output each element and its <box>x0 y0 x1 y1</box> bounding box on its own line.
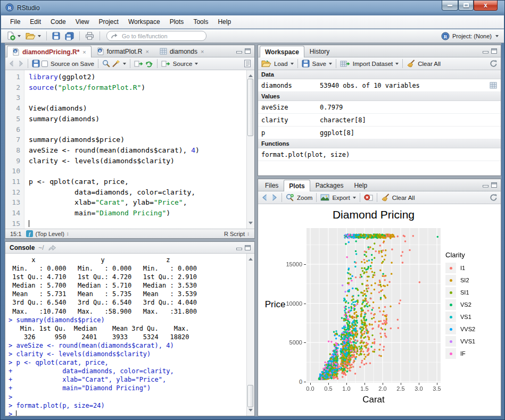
workspace-row-p[interactable]: pggplot[8] <box>258 127 501 139</box>
console-scrollbar[interactable] <box>246 254 254 416</box>
tab-diamonds[interactable]: diamonds× <box>154 45 209 57</box>
zoom-plot-icon[interactable] <box>286 194 294 201</box>
tab-workspace[interactable]: Workspace <box>260 46 304 57</box>
workspace-row-diamonds[interactable]: diamonds53940 obs. of 10 variables <box>258 79 501 92</box>
workspace-pane: WorkspaceHistory Load Save Import Datase… <box>258 45 501 176</box>
tab-packages[interactable]: Packages <box>310 179 349 191</box>
console-line: Mean : 5.731 Mean : 5.735 Mean : 3.539 <box>9 290 246 298</box>
find-replace-icon[interactable] <box>102 60 110 68</box>
workspace-row-clarity[interactable]: claritycharacter[8] <box>258 114 501 127</box>
clear-workspace-icon[interactable] <box>407 60 415 68</box>
open-file-button[interactable] <box>24 30 43 42</box>
x-tick-mark <box>328 383 329 385</box>
tab-diamondpricing-r-[interactable]: RdiamondPricing.R*× <box>7 46 92 57</box>
menu-plots[interactable]: Plots <box>165 16 189 28</box>
view-data-icon[interactable] <box>490 82 497 89</box>
x-tick-label: 1.0 <box>337 385 355 392</box>
x-tick-label: 2.5 <box>392 385 410 392</box>
zoom-button[interactable]: Zoom <box>297 195 312 201</box>
menu-file[interactable]: File <box>5 16 25 28</box>
minimize-button[interactable] <box>442 1 458 11</box>
menu-view[interactable]: View <box>71 16 94 28</box>
new-file-button[interactable] <box>5 30 22 42</box>
maximize-pane-icon[interactable] <box>491 48 497 54</box>
save-button[interactable] <box>51 30 62 42</box>
maximize-button[interactable] <box>458 1 474 11</box>
clear-all-plots-button[interactable]: Clear All <box>392 195 415 201</box>
load-button[interactable]: Load <box>274 61 288 67</box>
menu-code[interactable]: Code <box>46 16 71 28</box>
maximize-pane-icon[interactable] <box>491 182 497 188</box>
y-tick-mark <box>304 264 306 265</box>
save-workspace-icon[interactable] <box>302 60 310 68</box>
maximize-pane-icon[interactable] <box>245 245 251 250</box>
scroll-up-icon[interactable] <box>249 72 253 77</box>
code-editor[interactable]: library(ggplot2)source("plots/formatPlot… <box>24 70 246 229</box>
rerun-icon[interactable] <box>145 60 153 68</box>
maximize-pane-icon[interactable] <box>245 48 251 54</box>
save-source-icon[interactable] <box>32 60 40 68</box>
menu-workspace[interactable]: Workspace <box>123 16 165 28</box>
workspace-row-aveSize[interactable]: aveSize0.7979 <box>258 101 501 114</box>
next-plot-icon[interactable] <box>270 194 278 201</box>
tab-history[interactable]: History <box>304 45 335 57</box>
save-workspace-button[interactable]: Save <box>312 61 326 67</box>
scroll-down-icon[interactable] <box>249 409 253 414</box>
tab-close-icon[interactable]: × <box>201 48 204 55</box>
refresh-plots-icon[interactable] <box>490 194 498 201</box>
minimize-pane-icon[interactable] <box>236 48 242 54</box>
console-scroll-thumb[interactable] <box>247 385 253 407</box>
titlebar[interactable]: R RStudio x <box>1 1 504 15</box>
minimize-pane-icon[interactable] <box>483 48 489 54</box>
window-title: RStudio <box>17 4 40 12</box>
editor-scroll-thumb[interactable] <box>247 79 253 136</box>
scroll-up-icon[interactable] <box>249 256 253 261</box>
menu-tools[interactable]: Tools <box>188 16 213 28</box>
tab-files[interactable]: Files <box>260 179 284 191</box>
scroll-down-icon[interactable] <box>249 222 253 226</box>
workbench: RdiamondPricing.R*×RformatPlot.R×diamond… <box>5 43 501 416</box>
export-plot-icon[interactable] <box>320 194 329 201</box>
source-on-save-checkbox[interactable] <box>42 61 48 67</box>
print-button[interactable] <box>84 30 96 42</box>
tab-close-icon[interactable]: × <box>145 48 148 55</box>
tab-close-icon[interactable]: × <box>82 49 86 55</box>
editor-scrollbar[interactable] <box>246 70 254 229</box>
minimize-pane-icon[interactable] <box>236 245 242 250</box>
project-menu-button[interactable]: R Project: (None) <box>441 32 500 40</box>
tab-help[interactable]: Help <box>349 179 372 191</box>
goto-file-input[interactable] <box>121 32 202 40</box>
load-workspace-icon[interactable] <box>261 60 271 68</box>
workspace-section-data: Data <box>258 70 501 79</box>
import-dataset-icon[interactable] <box>340 60 350 68</box>
workspace-row-function[interactable]: format.plot(plot, size) <box>258 148 501 161</box>
previous-plot-icon[interactable] <box>261 194 269 201</box>
source-button-label[interactable]: Source <box>173 61 192 67</box>
tab-plots[interactable]: Plots <box>284 180 310 191</box>
run-line-icon[interactable] <box>134 60 143 68</box>
file-type-selector[interactable]: R Script↕ <box>224 231 250 237</box>
workspace-section-values: Values <box>258 92 501 101</box>
close-button[interactable]: x <box>474 1 498 11</box>
clear-all-button[interactable]: Clear All <box>418 61 441 67</box>
export-button[interactable]: Export <box>332 195 350 201</box>
nav-back-icon[interactable] <box>9 60 15 67</box>
code-tools-icon[interactable] <box>112 60 120 68</box>
refresh-icon[interactable] <box>490 60 498 68</box>
menu-project[interactable]: Project <box>94 16 123 28</box>
clear-plots-icon[interactable] <box>381 194 390 201</box>
import-dataset-button[interactable]: Import Dataset <box>353 61 393 67</box>
save-all-button[interactable] <box>63 30 76 42</box>
tab-formatplot-r[interactable]: RformatPlot.R× <box>92 45 154 57</box>
nav-forward-icon[interactable] <box>17 60 24 67</box>
menu-edit[interactable]: Edit <box>25 16 46 28</box>
menu-help[interactable]: Help <box>213 16 236 28</box>
source-file-icon[interactable] <box>161 60 170 68</box>
compile-notebook-icon[interactable] <box>244 60 251 68</box>
console-popout-icon[interactable] <box>48 245 56 251</box>
minimize-pane-icon[interactable] <box>483 182 489 188</box>
console-input-area[interactable]: x y z Min. : 0.000 Min. : 0.000 Min. : 0… <box>5 254 254 416</box>
scope-selector[interactable]: f (Top Level)↕ <box>26 230 69 237</box>
goto-file-box[interactable] <box>106 31 206 41</box>
remove-plot-icon[interactable] <box>364 194 373 201</box>
